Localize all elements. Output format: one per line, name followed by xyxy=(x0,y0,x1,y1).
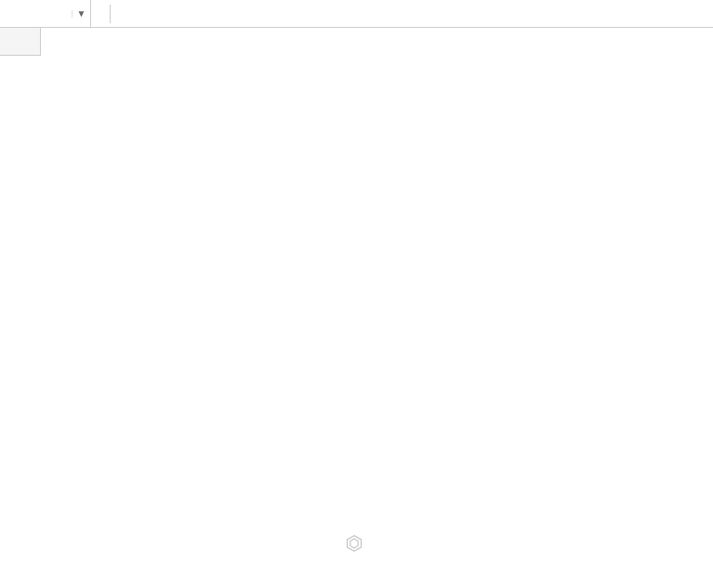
name-box[interactable] xyxy=(0,10,73,18)
spreadsheet-grid xyxy=(0,28,713,56)
watermark xyxy=(345,534,369,553)
separator xyxy=(110,5,111,23)
column-headers xyxy=(41,28,713,56)
formula-bar: ▼ xyxy=(0,0,713,28)
svg-marker-1 xyxy=(350,539,357,548)
logo-icon xyxy=(345,534,363,553)
name-box-dropdown[interactable]: ▼ xyxy=(73,0,91,27)
select-all-corner[interactable] xyxy=(0,28,41,56)
svg-marker-0 xyxy=(347,536,361,552)
chevron-down-icon: ▼ xyxy=(77,8,86,19)
